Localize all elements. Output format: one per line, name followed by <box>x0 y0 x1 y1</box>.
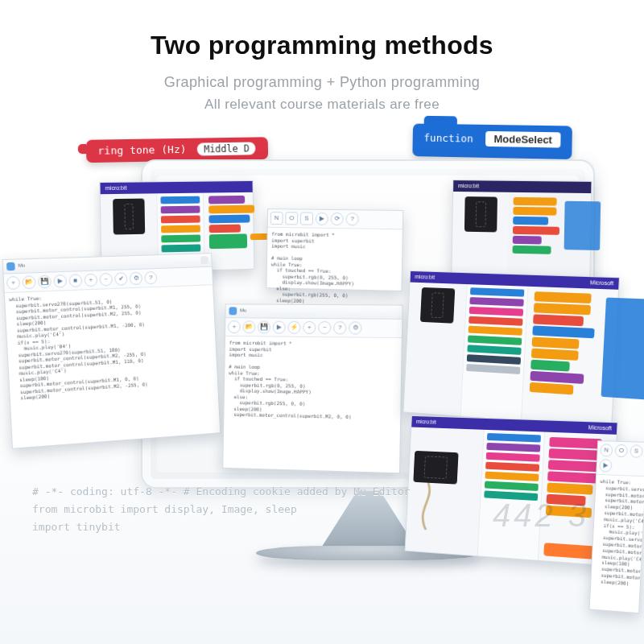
subtitle-1: Graphical programming + Python programmi… <box>0 74 644 91</box>
help-icon[interactable]: ? <box>144 271 157 284</box>
stop-icon[interactable]: ■ <box>68 274 82 287</box>
vendor-label: Microsoft <box>590 279 614 287</box>
microbit-icon <box>113 199 146 235</box>
microbit-icon <box>464 196 497 232</box>
window-makecode-bottom: micro:bitMicrosoft <box>405 415 618 567</box>
microbit-icon <box>413 451 458 485</box>
tool-icon[interactable]: O <box>615 444 628 458</box>
code-snippet: while True: superbit.servo270(superbit.5… <box>595 478 642 587</box>
flash-icon[interactable]: ⚡ <box>287 321 300 334</box>
watermark: 442 3 <box>493 497 589 534</box>
window-editor-small: NOS▶⟳? from microbit import * import sup… <box>266 208 403 291</box>
ghost-line: from microbit import display, Image, sle… <box>32 501 411 518</box>
tool-icon[interactable]: O <box>285 212 298 225</box>
code-block-function: function ModeSelect <box>413 124 572 159</box>
toolbar: NOS▶⟳? <box>268 209 402 229</box>
brand-label: micro:bit <box>416 419 436 426</box>
window-python-left: Mu ＋ 📂 💾 ▶ ■ ＋ － ✔ ⚙ ? while True: super… <box>2 253 221 449</box>
tool-icon[interactable]: ⟳ <box>331 213 344 225</box>
help-icon[interactable]: ? <box>333 321 346 334</box>
subtitle-2: All relevant course materials are free <box>0 97 644 113</box>
block-label: ring tone (Hz) <box>97 143 186 157</box>
run-icon[interactable]: ▶ <box>53 275 67 288</box>
window-makecode-right: micro:bitMicrosoft <box>403 270 620 428</box>
usb-cable-icon <box>411 482 443 531</box>
save-icon[interactable]: 💾 <box>38 275 52 289</box>
tool-icon[interactable]: S <box>300 212 313 225</box>
open-icon[interactable]: 📂 <box>243 320 256 333</box>
zoom-out-icon[interactable]: － <box>99 273 113 287</box>
microbit-icon <box>419 287 455 324</box>
code-snippet: from microbit import * import superbit i… <box>270 231 398 312</box>
brand-label: micro:bit <box>458 183 479 190</box>
gear-icon[interactable]: ⚙ <box>130 272 142 285</box>
brand-label: micro:bit <box>105 184 127 192</box>
code-snippet: from microbit import * import superbit i… <box>228 340 398 421</box>
brand-label: micro:bit <box>415 274 435 281</box>
tool-icon[interactable]: S <box>630 444 643 458</box>
tool-icon[interactable]: N <box>270 212 283 225</box>
tool-icon[interactable]: N <box>600 444 613 456</box>
ghost-line: import tinybit <box>32 518 411 536</box>
block-keyword: function <box>424 132 474 145</box>
close-icon[interactable] <box>200 256 208 264</box>
check-icon[interactable]: ✔ <box>114 272 128 286</box>
ghost-code: # -*- coding: utf-8 -*- # Encoding cooki… <box>32 483 411 536</box>
new-icon[interactable]: ＋ <box>228 320 241 333</box>
block-slot: Middle D <box>197 142 256 155</box>
title-text: Mu <box>18 263 25 270</box>
block-category-list <box>460 284 529 420</box>
tool-icon[interactable]: ▶ <box>599 459 612 472</box>
zoom-in-icon[interactable]: ＋ <box>303 321 316 334</box>
window-makecode-2: micro:bit <box>451 180 592 279</box>
save-icon[interactable]: 💾 <box>258 320 270 333</box>
title-text: Mu <box>240 308 246 314</box>
zoom-in-icon[interactable]: ＋ <box>84 274 97 287</box>
new-icon[interactable]: ＋ <box>6 276 20 290</box>
page-title: Two programming methods <box>0 31 644 60</box>
run-icon[interactable]: ▶ <box>273 321 286 334</box>
window-python-center: Mu ＋📂💾▶⚡＋－?⚙ from microbit import * impo… <box>222 303 402 473</box>
zoom-out-icon[interactable]: － <box>318 321 331 334</box>
window-editor-sliver: NOS▶ while True: superbit.servo270(super… <box>589 440 644 613</box>
open-icon[interactable]: 📂 <box>22 275 35 289</box>
vendor-label: Microsoft <box>588 424 612 432</box>
tool-icon[interactable]: ▶ <box>316 213 328 225</box>
tool-icon[interactable]: ? <box>345 213 358 225</box>
block-slot: ModeSelect <box>486 131 561 148</box>
ghost-line: # -*- coding: utf-8 -*- # Encoding cooki… <box>32 483 411 501</box>
gear-icon[interactable]: ⚙ <box>349 321 361 334</box>
code-snippet: while True: superbit.servo270(superbit.5… <box>9 288 214 401</box>
